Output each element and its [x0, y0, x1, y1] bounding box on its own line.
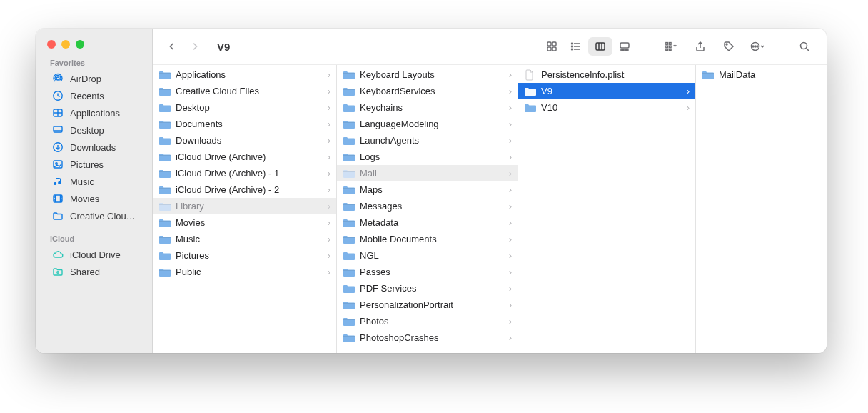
column-0[interactable]: Applications›Creative Cloud Files›Deskto…: [153, 65, 337, 353]
file-row[interactable]: PhotoshopCrashes›: [337, 329, 518, 346]
folder-icon: [524, 86, 537, 97]
svg-point-14: [572, 46, 573, 47]
file-row[interactable]: PersonalizationPortrait›: [337, 297, 518, 313]
file-row[interactable]: Movies›: [153, 214, 336, 231]
file-row[interactable]: PersistenceInfo.plist: [518, 66, 695, 83]
file-name: MailData: [719, 69, 822, 80]
main-pane: V9: [153, 29, 827, 353]
file-row[interactable]: MailData: [696, 66, 827, 83]
desktop-icon: [51, 124, 64, 136]
file-name: Photos: [360, 316, 505, 327]
airdrop-icon: [51, 72, 64, 85]
file-row[interactable]: LaunchAgents›: [337, 132, 518, 149]
sidebar: Favorites AirDrop Recents Applications D…: [36, 29, 153, 353]
sidebar-item-icloud-drive[interactable]: iCloud Drive: [36, 246, 152, 263]
cloud-icon: [51, 248, 64, 261]
sidebar-item-pictures[interactable]: Pictures: [36, 156, 152, 173]
file-row[interactable]: Desktop›: [153, 99, 336, 116]
file-row[interactable]: Library›: [153, 198, 336, 214]
chevron-right-icon: ›: [328, 201, 332, 212]
file-row[interactable]: Music›: [153, 231, 336, 247]
chevron-right-icon: ›: [328, 119, 332, 129]
file-row[interactable]: Photos›: [337, 313, 518, 329]
sidebar-item-airdrop[interactable]: AirDrop: [36, 70, 152, 87]
pictures-icon: [51, 158, 64, 171]
column-1[interactable]: Keyboard Layouts›KeyboardServices›Keycha…: [337, 65, 518, 353]
file-row[interactable]: iCloud Drive (Archive) - 2›: [153, 181, 336, 198]
view-column-button[interactable]: [588, 37, 612, 56]
share-button[interactable]: [688, 36, 712, 56]
view-icon-button[interactable]: [540, 37, 564, 56]
sidebar-item-recents[interactable]: Recents: [36, 87, 152, 104]
file-name: Documents: [176, 119, 323, 129]
column-2[interactable]: PersistenceInfo.plistV9›V10›: [518, 65, 696, 353]
sidebar-item-downloads[interactable]: Downloads: [36, 139, 152, 156]
chevron-right-icon: ›: [328, 217, 332, 228]
group-by-button[interactable]: [660, 36, 684, 56]
svg-point-15: [572, 49, 573, 50]
tags-button[interactable]: [717, 36, 741, 56]
chevron-right-icon: ›: [509, 299, 513, 310]
sidebar-item-movies[interactable]: Movies: [36, 190, 152, 207]
search-button[interactable]: [792, 36, 817, 56]
file-row[interactable]: V9›: [518, 83, 695, 99]
file-row[interactable]: Downloads›: [153, 132, 336, 149]
folder-icon: [343, 102, 355, 114]
action-button[interactable]: [745, 36, 769, 56]
file-name: PersonalizationPortrait: [360, 299, 505, 310]
file-row[interactable]: Pictures›: [153, 247, 336, 264]
file-row[interactable]: Maps›: [337, 181, 518, 198]
folder-icon: [158, 267, 171, 278]
sidebar-item-desktop[interactable]: Desktop: [36, 121, 152, 139]
file-row[interactable]: Passes›: [337, 264, 518, 280]
file-row[interactable]: Keyboard Layouts›: [337, 66, 518, 83]
file-row[interactable]: NGL›: [337, 247, 518, 264]
file-name: Creative Cloud Files: [176, 86, 323, 96]
back-button[interactable]: [161, 36, 183, 56]
file-row[interactable]: V10›: [518, 99, 695, 116]
file-row[interactable]: KeyboardServices›: [337, 83, 518, 99]
chevron-right-icon: ›: [687, 102, 691, 113]
file-name: KeyboardServices: [360, 86, 505, 96]
chevron-right-icon: ›: [328, 234, 332, 244]
zoom-button[interactable]: [76, 40, 84, 49]
file-row[interactable]: Creative Cloud Files›: [153, 83, 336, 99]
view-list-button[interactable]: [564, 37, 588, 56]
sidebar-item-music[interactable]: Music: [36, 173, 152, 190]
file-row[interactable]: Applications›: [153, 66, 336, 83]
chevron-right-icon: ›: [328, 168, 332, 179]
chevron-right-icon: ›: [328, 250, 332, 261]
file-row[interactable]: Messages›: [337, 198, 518, 214]
folder-icon: [158, 201, 171, 212]
folder-icon: [158, 217, 171, 229]
sidebar-item-creative-cloud[interactable]: Creative Clou…: [36, 207, 152, 224]
file-name: Messages: [360, 201, 505, 212]
file-row[interactable]: Metadata›: [337, 214, 518, 231]
file-name: LaunchAgents: [360, 135, 505, 146]
file-row[interactable]: iCloud Drive (Archive) - 1›: [153, 165, 336, 181]
sidebar-item-label: Applications: [70, 108, 120, 119]
file-row[interactable]: PDF Services›: [337, 280, 518, 297]
minimize-button[interactable]: [61, 40, 70, 49]
file-row[interactable]: Public›: [153, 264, 336, 280]
file-row[interactable]: Logs›: [337, 149, 518, 165]
sidebar-item-applications[interactable]: Applications: [36, 104, 152, 121]
folder-icon: [343, 250, 355, 262]
file-row[interactable]: Keychains›: [337, 99, 518, 116]
folder-icon: [343, 86, 355, 97]
forward-button[interactable]: [184, 36, 206, 56]
file-row[interactable]: LanguageModeling›: [337, 116, 518, 132]
file-row[interactable]: iCloud Drive (Archive)›: [153, 149, 336, 165]
view-gallery-button[interactable]: [612, 37, 637, 56]
folder-icon: [158, 168, 171, 179]
file-row[interactable]: Documents›: [153, 116, 336, 132]
file-name: PhotoshopCrashes: [360, 332, 505, 343]
folder-icon: [158, 86, 171, 97]
close-button[interactable]: [47, 40, 56, 49]
file-row[interactable]: Mail›: [337, 165, 518, 181]
file-name: PersistenceInfo.plist: [541, 69, 691, 80]
file-row[interactable]: Mobile Documents›: [337, 231, 518, 247]
column-browser: Applications›Creative Cloud Files›Deskto…: [153, 64, 827, 353]
column-3[interactable]: MailData: [696, 65, 827, 353]
sidebar-item-shared[interactable]: Shared: [36, 263, 152, 280]
